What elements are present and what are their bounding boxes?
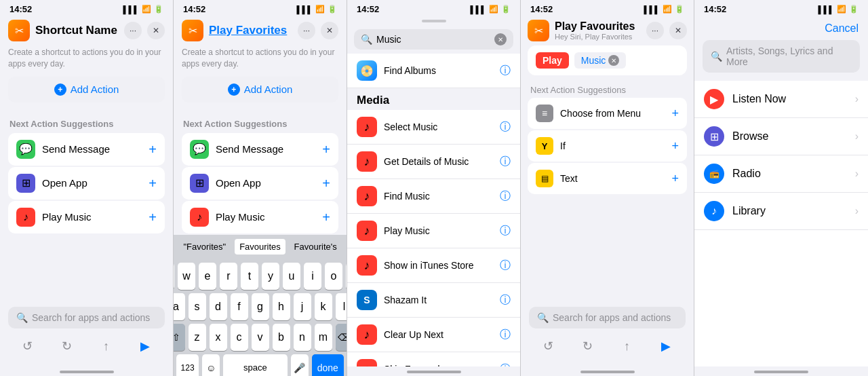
action-play-btn[interactable]: Play <box>536 52 569 69</box>
close-icon-2[interactable]: ✕ <box>321 22 338 39</box>
key-b[interactable]: b <box>273 324 290 351</box>
key-j[interactable]: j <box>294 293 311 320</box>
key-r[interactable]: r <box>220 263 237 290</box>
cancel-button[interactable]: Cancel <box>825 22 859 35</box>
result-get-details[interactable]: ♪ Get Details of Music ⓘ <box>347 145 520 179</box>
itunes-browse[interactable]: ⊞ Browse › <box>694 118 868 155</box>
nav-play-4[interactable]: ▶ <box>656 337 675 356</box>
info-icon-itunes[interactable]: ⓘ <box>500 259 511 273</box>
key-p[interactable]: p <box>346 263 347 290</box>
menu-icon-2[interactable]: ··· <box>298 22 315 39</box>
info-icon-select[interactable]: ⓘ <box>500 120 511 134</box>
key-k[interactable]: k <box>315 293 332 320</box>
key-o[interactable]: o <box>325 263 342 290</box>
add-text[interactable]: + <box>671 172 679 186</box>
close-icon-1[interactable]: ✕ <box>147 22 165 39</box>
result-clear-next[interactable]: ♪ Clear Up Next ⓘ <box>347 318 520 352</box>
fav-close-icon[interactable]: ✕ <box>669 22 687 39</box>
result-itunes-store[interactable]: ♪ Show in iTunes Store ⓘ <box>347 248 520 283</box>
result-find-albums[interactable]: 📀 Find Albums ⓘ <box>347 54 520 88</box>
itunes-radio[interactable]: 📻 Radio › <box>694 155 868 193</box>
key-y[interactable]: y <box>262 263 279 290</box>
fav-menu-icon[interactable]: ··· <box>646 22 664 39</box>
autocomplete-word-3[interactable]: Favourite's <box>290 239 341 255</box>
key-t[interactable]: t <box>241 263 258 290</box>
key-space[interactable]: space <box>223 354 288 376</box>
autocomplete-word-2[interactable]: Favourites <box>235 239 286 255</box>
suggestion-play-music-2[interactable]: ♪ Play Music + <box>182 201 338 233</box>
info-icon-skip[interactable]: ⓘ <box>500 362 511 367</box>
key-a[interactable]: a <box>174 293 185 320</box>
search-bar-1[interactable]: 🔍 Search for apps and actions <box>8 307 165 328</box>
add-action-button-2[interactable]: + Add Action <box>182 77 338 102</box>
nav-share-4[interactable]: ↑ <box>617 337 636 356</box>
key-g[interactable]: g <box>252 293 269 320</box>
search-input-3[interactable]: 🔍 Music ✕ <box>354 29 513 50</box>
result-skip-forward[interactable]: ♪ Skip Forward ⓘ <box>347 352 520 366</box>
suggestion-open-app-1[interactable]: ⊞ Open App + <box>8 167 165 200</box>
next-sugg-text[interactable]: ▤ Text + <box>528 163 687 194</box>
result-shazam[interactable]: S Shazam It ⓘ <box>347 283 520 318</box>
nav-undo-1[interactable]: ↺ <box>18 337 37 356</box>
info-icon-find[interactable]: ⓘ <box>500 189 511 204</box>
key-s[interactable]: s <box>189 293 206 320</box>
key-z[interactable]: z <box>189 324 206 351</box>
key-mic[interactable]: 🎤 <box>291 354 309 376</box>
key-n[interactable]: n <box>294 324 311 351</box>
add-choose-menu[interactable]: + <box>671 107 679 121</box>
suggestion-send-message-1[interactable]: 💬 Send Message + <box>8 133 165 166</box>
nav-share-1[interactable]: ↑ <box>96 337 115 356</box>
info-icon-clear[interactable]: ⓘ <box>500 328 511 342</box>
add-suggestion-1c[interactable]: + <box>149 210 157 224</box>
suggestion-open-app-2[interactable]: ⊞ Open App + <box>182 167 338 200</box>
info-icon-albums[interactable]: ⓘ <box>500 64 511 78</box>
result-select-music[interactable]: ♪ Select Music ⓘ <box>347 110 520 145</box>
menu-icon-1[interactable]: ··· <box>124 22 142 39</box>
key-q[interactable]: q <box>174 263 174 290</box>
key-done[interactable]: done <box>312 354 344 376</box>
autocomplete-word-1[interactable]: "Favorites" <box>179 239 231 255</box>
add-if[interactable]: + <box>671 139 679 153</box>
nav-undo-4[interactable]: ↺ <box>539 337 558 356</box>
add-suggestion-2b[interactable]: + <box>322 176 330 190</box>
itunes-search-bar[interactable]: 🔍 Artists, Songs, Lyrics and More <box>703 40 860 73</box>
result-play-music[interactable]: ♪ Play Music ⓘ <box>347 214 520 248</box>
info-icon-shazam[interactable]: ⓘ <box>500 293 511 307</box>
itunes-listen-now[interactable]: ▶ Listen Now › <box>694 81 868 118</box>
key-x[interactable]: x <box>210 324 227 351</box>
add-suggestion-2c[interactable]: + <box>322 210 330 224</box>
key-d[interactable]: d <box>210 293 227 320</box>
info-icon-play[interactable]: ⓘ <box>500 224 511 238</box>
key-c[interactable]: c <box>231 324 248 351</box>
key-shift[interactable]: ⇧ <box>174 324 185 351</box>
result-find-music[interactable]: ♪ Find Music ⓘ <box>347 179 520 214</box>
search-bar-4[interactable]: 🔍 Search for apps and actions <box>529 307 686 328</box>
key-u[interactable]: u <box>283 263 300 290</box>
clear-music-tag[interactable]: ✕ <box>608 55 619 66</box>
key-delete[interactable]: ⌫ <box>336 324 348 351</box>
key-h[interactable]: h <box>273 293 290 320</box>
key-e[interactable]: e <box>199 263 216 290</box>
key-l[interactable]: l <box>336 293 348 320</box>
key-i[interactable]: i <box>304 263 321 290</box>
key-m[interactable]: m <box>315 324 332 351</box>
nav-redo-4[interactable]: ↻ <box>578 337 597 356</box>
key-f[interactable]: f <box>231 293 248 320</box>
suggestion-play-music-1[interactable]: ♪ Play Music + <box>8 201 165 233</box>
key-123[interactable]: 123 <box>176 354 199 376</box>
info-icon-details[interactable]: ⓘ <box>500 155 511 169</box>
itunes-library[interactable]: ♪ Library › <box>694 193 868 230</box>
search-clear-3[interactable]: ✕ <box>494 33 507 45</box>
nav-redo-1[interactable]: ↻ <box>58 337 77 356</box>
key-w[interactable]: w <box>178 263 195 290</box>
nav-play-1[interactable]: ▶ <box>136 337 155 356</box>
add-suggestion-1a[interactable]: + <box>149 143 157 156</box>
key-v[interactable]: v <box>252 324 269 351</box>
next-sugg-if[interactable]: Y If + <box>528 130 687 162</box>
add-suggestion-1b[interactable]: + <box>149 176 157 190</box>
key-emoji[interactable]: ☺ <box>202 354 220 376</box>
add-suggestion-2a[interactable]: + <box>322 143 330 156</box>
suggestion-send-message-2[interactable]: 💬 Send Message + <box>182 133 338 166</box>
add-action-button-1[interactable]: + Add Action <box>8 77 165 102</box>
next-sugg-choose-menu[interactable]: ≡ Choose from Menu + <box>528 98 687 129</box>
